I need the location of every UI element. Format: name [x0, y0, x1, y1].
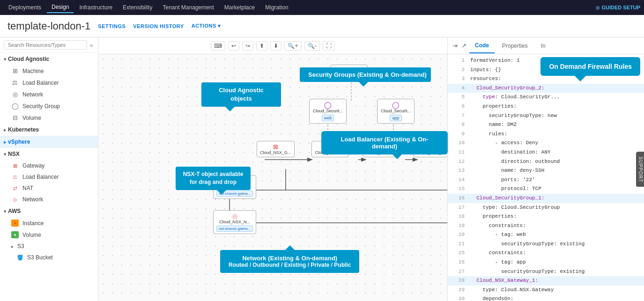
undo-btn[interactable]: ↩	[228, 41, 239, 51]
code-line-17: 17 type: Cloud.SecurityGroup	[448, 203, 644, 213]
line-text-30: dependsOn:	[470, 295, 513, 301]
line-num-8: 8	[452, 121, 465, 129]
zoom-in-btn[interactable]: 🔍+	[284, 41, 301, 51]
nav-deployments[interactable]: Deployments	[4, 2, 46, 13]
tab-inputs[interactable]: In	[535, 39, 551, 53]
node-gw1[interactable]: ⋮ ⊠ Cloud_NSX_G...	[257, 141, 295, 157]
line-text-19: constraints:	[470, 222, 526, 230]
line-num-16: 16	[452, 194, 465, 203]
actions-btn[interactable]: ACTIONS ▾	[192, 23, 221, 29]
line-num-18: 18	[452, 213, 465, 221]
nav-tenant[interactable]: Tenant Management	[158, 2, 218, 13]
line-num-29: 29	[452, 286, 465, 294]
collapse-sidebar-btn[interactable]: «	[89, 41, 94, 50]
group-header-kubernetes[interactable]: ▸ Kubernetes	[0, 124, 98, 136]
code-line-26: 26 - tag: app	[448, 258, 644, 267]
main-layout: « ▾ Cloud Agnostic ⊞ Machine ⚖ Load Bala…	[0, 37, 644, 301]
gw1-label: Cloud_NSX_G...	[260, 150, 291, 155]
line-num-21: 21	[452, 240, 465, 249]
code-line-29: 29 type: Cloud.NSX.Gateway	[448, 286, 644, 295]
group-header-nsx[interactable]: ▾ NSX	[0, 148, 98, 160]
version-history-btn[interactable]: VERSION HISTORY	[133, 23, 184, 29]
code-line-28: 28 Cloud_NSX_Gateway_1:	[448, 276, 644, 286]
sidebar-item-load-balancer[interactable]: ⚖ Load Balancer	[0, 77, 98, 88]
redo-btn[interactable]: ↪	[242, 41, 253, 51]
line-text-14: ports: '22'	[470, 176, 535, 184]
group-cloud-agnostic: ▾ Cloud Agnostic ⊞ Machine ⚖ Load Balanc…	[0, 53, 98, 124]
net2-label: Cloud_NSX_N...	[219, 220, 250, 224]
sidebar-item-nsx-nat[interactable]: ⇄ NAT	[0, 183, 98, 194]
nav-design[interactable]: Design	[47, 2, 74, 13]
guided-setup-btn[interactable]: GUIDED SETUP	[601, 5, 640, 10]
code-panel-header: ⇥ ↗ Code Properties In	[448, 37, 644, 54]
sidebar-item-nsx-network[interactable]: ◎ Network	[0, 194, 98, 205]
nsx-nat-icon: ⇄	[11, 185, 19, 191]
sidebar-item-network[interactable]: ◎ Network	[0, 88, 98, 100]
group-vsphere: ▸ vSphere	[0, 136, 98, 148]
upload-btn[interactable]: ⬆	[256, 41, 267, 51]
nav-infrastructure[interactable]: Infrastructure	[74, 2, 117, 13]
sg3-tag: app	[390, 115, 401, 121]
line-num-27: 27	[452, 268, 465, 276]
chevron-right-icon: ▸	[4, 127, 6, 132]
line-text-9: rules:	[470, 130, 507, 139]
code-line-11: 11 destination: ANY	[448, 148, 644, 157]
keyboard-btn[interactable]: ⌨	[211, 41, 225, 51]
line-text-26: - tag: app	[470, 258, 526, 267]
download-btn[interactable]: ⬇	[270, 41, 281, 51]
sidebar-item-security-group[interactable]: ◯ Security Group	[0, 100, 98, 112]
group-header-aws[interactable]: ▾ AWS	[0, 205, 98, 217]
line-num-14: 14	[452, 176, 465, 184]
group-header-cloud-agnostic[interactable]: ▾ Cloud Agnostic	[0, 53, 98, 65]
group-header-vsphere[interactable]: ▸ vSphere	[0, 136, 98, 148]
sidebar-item-nsx-lb[interactable]: ⚖ Load Balancer	[0, 171, 98, 183]
settings-btn[interactable]: SETTINGS	[98, 23, 126, 29]
nav-marketplace[interactable]: Marketplace	[220, 2, 259, 13]
code-line-7: 7 securityGroupType: new	[448, 111, 644, 121]
security-groups-callout: Security Groups (Existing & On-demand)	[300, 67, 431, 82]
support-tab[interactable]: SUPPORT	[636, 152, 644, 187]
fullscreen-btn[interactable]: ⛶	[323, 41, 335, 51]
line-num-15: 15	[452, 185, 465, 193]
line-num-3: 3	[452, 75, 465, 83]
line-num-28: 28	[452, 277, 465, 285]
sg3-drag-handle: ⋮	[409, 100, 413, 105]
sidebar-item-volume[interactable]: ⊟ Volume	[0, 112, 98, 124]
gw1-drag-handle: ⋮	[289, 142, 293, 147]
top-nav: Deployments Design Infrastructure Extens…	[0, 0, 644, 15]
nsx-gateway-icon: ⊠	[11, 163, 19, 169]
code-line-5: 5 type: Cloud.SecurityGr...	[448, 93, 644, 102]
sidebar-item-aws-volume[interactable]: ▪ Volume	[0, 229, 98, 241]
line-text-28: Cloud_NSX_Gateway_1:	[470, 277, 538, 285]
sidebar-item-s3[interactable]: ▸ S3	[0, 241, 98, 252]
line-text-16: Cloud_SecurityGroup_1:	[470, 194, 544, 203]
code-line-6: 6 properties:	[448, 102, 644, 111]
node-net2[interactable]: ⋮ ◎ Cloud_NSX_N... net:shared-gatew...	[213, 210, 256, 234]
code-panel: ⇥ ↗ Code Properties In 1 formatVersion: …	[447, 37, 644, 301]
sg3-icon: ◯	[392, 101, 400, 109]
collapse-panel-btn[interactable]: ↗	[460, 41, 467, 50]
code-line-13: 13 name: deny-SSH	[448, 166, 644, 176]
tab-code[interactable]: Code	[469, 38, 495, 53]
code-line-20: 20 - tag: web	[448, 230, 644, 240]
code-line-10: 10 - access: Deny	[448, 139, 644, 148]
zoom-out-btn[interactable]: 🔍-	[304, 41, 320, 51]
expand-panel-btn[interactable]: ⇥	[452, 41, 459, 50]
line-text-4: Cloud_SecurityGroup_2:	[470, 84, 544, 93]
nav-migration[interactable]: Migration	[260, 2, 293, 13]
sidebar-item-s3-bucket[interactable]: 🪣 S3 Bucket	[0, 252, 98, 263]
network-icon: ◎	[11, 91, 19, 98]
sidebar-item-machine[interactable]: ⊞ Machine	[0, 65, 98, 77]
node-sg3[interactable]: ⋮ ◯ Cloud_Securit... app	[377, 99, 415, 124]
node-sg2[interactable]: ⋮ ◯ Cloud_Securit... web	[309, 99, 347, 124]
tab-properties[interactable]: Properties	[496, 39, 533, 53]
chevron-right-icon-2: ▸	[4, 139, 6, 145]
search-input[interactable]	[4, 40, 87, 50]
nsxt-callout: NSX-T object available for drag and drop	[176, 167, 251, 190]
nav-extensibility[interactable]: Extensibility	[118, 2, 157, 13]
canvas-content[interactable]: ⋮ ◯ Cloud_Securit... ⋮ ◯ Cloud_Securit..…	[98, 54, 447, 301]
sidebar-item-aws-instance[interactable]: ▪ Instance	[0, 217, 98, 229]
nsx-network-icon: ◎	[11, 197, 19, 203]
sidebar-item-nsx-gateway[interactable]: ⊠ Gateway	[0, 160, 98, 171]
aws-instance-icon: ▪	[11, 220, 19, 227]
